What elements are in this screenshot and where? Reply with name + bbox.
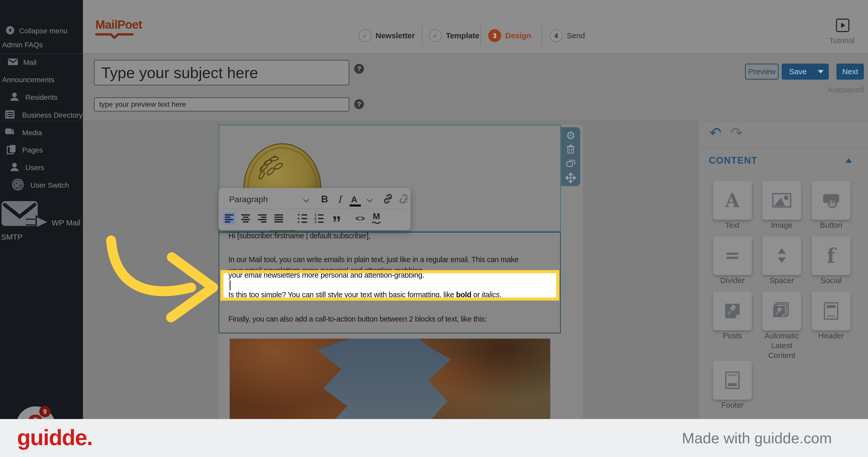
guidde-highlight: your email newsletters more personal and… — [220, 270, 559, 301]
guidde-logo: guidde. — [17, 425, 92, 450]
annotation-arrow — [98, 227, 227, 339]
email-paragraph: In our Mail tool, you can write emails i… — [228, 255, 519, 264]
media-icon — [5, 127, 15, 139]
preview-text-input[interactable] — [94, 97, 349, 111]
sidebar-item-media[interactable]: Media — [0, 127, 83, 139]
sidebar-item-announcements[interactable]: Announcements — [0, 74, 83, 86]
widget-text[interactable]: A — [713, 181, 752, 220]
mailpoet-topbar: MailPoet ✓ Newsletter ✓ Template 3 Desig… — [83, 0, 868, 54]
block-delete-trash-icon[interactable] — [561, 144, 580, 155]
align-left-button[interactable] — [223, 212, 235, 225]
mail-icon — [8, 58, 18, 67]
widget-automatic-latest-content[interactable] — [762, 292, 801, 330]
image-icon — [772, 193, 791, 207]
stacked-pages-pin-icon — [773, 302, 791, 320]
save-button[interactable]: Save — [782, 64, 829, 80]
pages-icon — [7, 144, 16, 156]
autosaved-status: Autosaved — [801, 85, 864, 94]
code-button[interactable]: <> — [354, 212, 367, 225]
widget-footer[interactable] — [713, 361, 752, 400]
step-newsletter[interactable]: ✓ Newsletter — [359, 27, 415, 45]
sidebar-item-residents[interactable]: Residents — [0, 91, 83, 104]
tutorial-play-icon[interactable] — [836, 19, 849, 32]
notification-badge: 9 — [39, 406, 51, 417]
sidebar-item-mail[interactable]: Mail — [0, 57, 83, 68]
highlighted-line: your email newsletters more personal and… — [228, 271, 424, 279]
footer-icon — [725, 371, 740, 389]
spacer-icon — [778, 248, 786, 263]
preview-button[interactable]: Preview — [745, 64, 779, 80]
mailpoet-logo: MailPoet — [95, 18, 142, 32]
made-with-guidde: Made with guidde.com — [682, 429, 832, 447]
person-icon — [10, 162, 19, 173]
sidebar-item-collapse-menu[interactable]: Collapse menu — [0, 25, 83, 37]
autumn-trees-image[interactable] — [230, 339, 550, 419]
sidebar-separator — [0, 121, 83, 121]
step-template[interactable]: ✓ Template — [429, 27, 479, 45]
widget-divider[interactable] — [713, 236, 752, 275]
block-move-icon[interactable] — [561, 173, 580, 184]
content-section-title: CONTENT — [709, 155, 757, 166]
person-icon — [10, 92, 19, 103]
list-icon — [5, 110, 15, 121]
step-send[interactable]: 4 Send — [550, 27, 585, 45]
block-settings-gear-icon[interactable]: ⚙ — [561, 129, 580, 142]
blockquote-button[interactable]: ” — [331, 212, 343, 225]
collapse-arrow-icon — [6, 26, 14, 36]
bullet-list-button[interactable] — [296, 212, 309, 225]
facebook-icon: f — [827, 244, 835, 267]
chevron-down-icon[interactable] — [303, 197, 309, 203]
step-design[interactable]: 3 Design — [488, 27, 531, 45]
email-greeting: Hi [subscriber:firstname | default:subsc… — [228, 232, 370, 240]
widget-social[interactable]: f — [812, 236, 850, 275]
unlink-icon[interactable] — [398, 193, 409, 206]
redo-icon[interactable]: ↷ — [731, 125, 743, 140]
subject-input[interactable] — [94, 60, 349, 85]
italic-button[interactable]: I — [338, 194, 342, 205]
save-dropdown-icon[interactable] — [818, 70, 824, 74]
undo-icon[interactable]: ↶ — [709, 125, 721, 140]
subject-help-icon[interactable]: ? — [354, 64, 364, 74]
numbered-list-button[interactable]: 1 2 3 — [313, 212, 325, 225]
admin-sidebar: Collapse menu Admin FAQs Mail Announceme… — [0, 0, 83, 457]
widget-header[interactable] — [812, 292, 850, 330]
sidebar-item-pages[interactable]: Pages — [0, 144, 83, 156]
tutorial-label: Tutorial — [821, 36, 863, 45]
text-color-button[interactable]: A — [351, 195, 357, 204]
next-button[interactable]: Next — [836, 64, 864, 80]
email-paragraph: Finally, you can also add a call-to-acti… — [228, 315, 487, 323]
collapse-section-icon[interactable] — [845, 158, 852, 163]
chevron-down-icon[interactable] — [367, 197, 373, 203]
widget-posts[interactable] — [713, 292, 752, 330]
sidebar-item-business-directory[interactable]: Business Directory — [0, 109, 83, 121]
widget-image[interactable] — [762, 181, 801, 220]
screen: Collapse menu Admin FAQs Mail Announceme… — [0, 0, 868, 457]
wp-mail-smtp-icon — [1, 200, 48, 237]
format-dropdown[interactable]: Paragraph — [229, 195, 268, 204]
widget-button[interactable] — [812, 181, 850, 220]
guidde-footer: guidde. Made with guidde.com — [0, 419, 868, 457]
step-check-icon: ✓ — [359, 29, 371, 42]
sidebar-separator — [0, 54, 83, 54]
link-icon[interactable] — [382, 193, 394, 206]
sidebar-item-user-switch[interactable]: User Switch — [0, 179, 83, 191]
pushpin-icon — [724, 303, 741, 319]
shortcode-button[interactable]: M — [370, 212, 382, 225]
step-check-icon: ✓ — [429, 29, 442, 42]
sidebar-item-users[interactable]: Users — [0, 162, 83, 174]
preview-help-icon[interactable]: ? — [354, 99, 364, 109]
header-icon — [824, 302, 838, 320]
mailpoet-logo-underline — [95, 33, 134, 39]
align-right-button[interactable] — [256, 212, 269, 225]
text-cursor — [230, 281, 230, 290]
widget-spacer[interactable] — [762, 236, 801, 275]
align-center-button[interactable] — [240, 212, 252, 225]
bold-button[interactable]: B — [321, 194, 328, 205]
divider-icon — [726, 251, 738, 261]
text-format-toolbar: Paragraph B I A — [219, 188, 411, 230]
align-justify-button[interactable] — [273, 212, 285, 225]
user-switch-icon — [12, 179, 24, 192]
sidebar-item-admin-faqs[interactable]: Admin FAQs — [0, 39, 83, 51]
step-number: 4 — [550, 29, 563, 42]
block-duplicate-icon[interactable] — [561, 159, 580, 169]
